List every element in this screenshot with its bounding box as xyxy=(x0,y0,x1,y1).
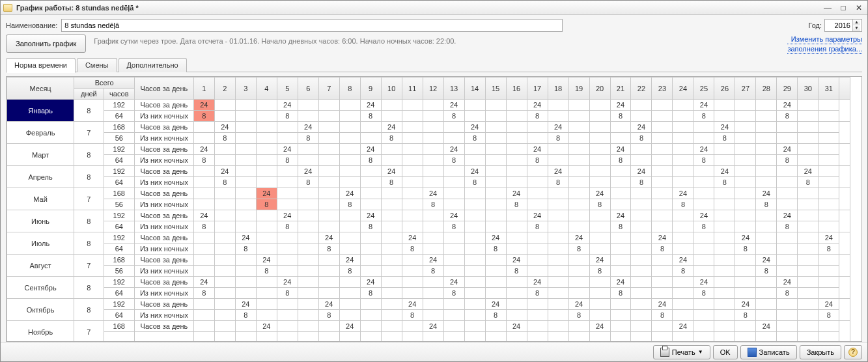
cell[interactable]: 24 xyxy=(298,122,318,133)
fill-schedule-button[interactable]: Заполнить график xyxy=(6,35,86,53)
cell[interactable]: 8 xyxy=(339,199,360,210)
cell[interactable]: 24 xyxy=(193,210,214,221)
cell[interactable]: 8 xyxy=(527,288,548,299)
hours-cell[interactable]: 168 xyxy=(104,321,134,332)
cell[interactable] xyxy=(777,244,798,255)
cell[interactable] xyxy=(735,321,756,332)
cell[interactable] xyxy=(277,199,298,210)
cell[interactable] xyxy=(485,177,506,188)
cell[interactable] xyxy=(631,210,652,221)
cell[interactable]: 24 xyxy=(777,277,798,288)
cell[interactable] xyxy=(381,144,402,155)
cell[interactable]: 24 xyxy=(360,100,381,111)
cell[interactable]: 8 xyxy=(339,266,360,277)
cell[interactable] xyxy=(506,133,527,144)
cell[interactable] xyxy=(464,111,485,122)
cell[interactable] xyxy=(798,310,819,321)
days-cell[interactable]: 8 xyxy=(74,232,104,255)
cell[interactable] xyxy=(256,210,277,221)
cell[interactable] xyxy=(464,199,485,210)
cell[interactable] xyxy=(568,255,589,266)
cell[interactable] xyxy=(568,221,589,232)
cell[interactable] xyxy=(527,321,548,332)
cell[interactable] xyxy=(673,332,693,342)
cell[interactable] xyxy=(610,244,631,255)
cell[interactable] xyxy=(443,332,464,342)
cell[interactable] xyxy=(506,144,527,155)
cell[interactable] xyxy=(506,288,527,299)
save-button[interactable]: Записать xyxy=(740,345,797,359)
cell[interactable] xyxy=(548,232,568,244)
cell[interactable] xyxy=(568,111,589,122)
cell[interactable] xyxy=(756,144,777,155)
cell[interactable] xyxy=(318,133,339,144)
cell[interactable] xyxy=(360,232,381,244)
cell[interactable] xyxy=(464,255,485,266)
cell[interactable] xyxy=(298,244,318,255)
cell[interactable] xyxy=(381,232,402,244)
cell[interactable]: 8 xyxy=(360,111,381,122)
cell[interactable]: 24 xyxy=(423,255,443,266)
cell[interactable] xyxy=(298,188,318,199)
cell[interactable]: 8 xyxy=(652,244,673,255)
cell[interactable]: 24 xyxy=(673,188,693,199)
cell[interactable] xyxy=(256,177,277,188)
vscroll-cell[interactable] xyxy=(839,188,850,210)
days-cell[interactable]: 7 xyxy=(74,321,104,342)
cell[interactable] xyxy=(464,288,485,299)
hours2-cell[interactable]: 56 xyxy=(104,133,134,144)
cell[interactable] xyxy=(568,199,589,210)
cell[interactable]: 24 xyxy=(318,232,339,244)
cell[interactable] xyxy=(381,221,402,232)
cell[interactable] xyxy=(235,277,256,288)
cell[interactable] xyxy=(819,166,839,177)
cell[interactable] xyxy=(214,277,235,288)
cell[interactable] xyxy=(339,133,360,144)
close-form-button[interactable]: Закрыть xyxy=(800,345,841,359)
minimize-button[interactable]: — xyxy=(822,3,833,13)
cell[interactable] xyxy=(673,122,693,133)
cell[interactable]: 8 xyxy=(277,288,298,299)
cell[interactable] xyxy=(485,266,506,277)
hdr-day-10[interactable]: 10 xyxy=(381,77,402,100)
cell[interactable] xyxy=(298,288,318,299)
cell[interactable] xyxy=(485,122,506,133)
month-cell[interactable]: Октябрь xyxy=(7,299,74,321)
cell[interactable] xyxy=(402,199,423,210)
cell[interactable] xyxy=(256,100,277,111)
cell[interactable] xyxy=(339,299,360,310)
cell[interactable] xyxy=(798,321,819,332)
cell[interactable] xyxy=(631,288,652,299)
cell[interactable] xyxy=(214,144,235,155)
cell[interactable] xyxy=(819,221,839,232)
cell[interactable] xyxy=(673,144,693,155)
cell[interactable] xyxy=(756,310,777,321)
cell[interactable] xyxy=(777,177,798,188)
cell[interactable] xyxy=(214,332,235,342)
cell[interactable] xyxy=(568,166,589,177)
cell[interactable]: 8 xyxy=(652,310,673,321)
cell[interactable] xyxy=(527,310,548,321)
cell[interactable] xyxy=(568,288,589,299)
cell[interactable] xyxy=(339,221,360,232)
cell[interactable] xyxy=(714,244,735,255)
cell[interactable] xyxy=(506,100,527,111)
cell[interactable] xyxy=(485,221,506,232)
cell[interactable] xyxy=(193,310,214,321)
cell[interactable] xyxy=(673,221,693,232)
cell[interactable]: 8 xyxy=(756,266,777,277)
cell[interactable] xyxy=(381,266,402,277)
cell[interactable] xyxy=(819,266,839,277)
cell[interactable]: 8 xyxy=(402,310,423,321)
hdr-hours-per-day[interactable]: Часов за день xyxy=(135,77,194,100)
cell[interactable] xyxy=(464,244,485,255)
cell[interactable] xyxy=(214,310,235,321)
cell[interactable] xyxy=(318,177,339,188)
cell[interactable] xyxy=(819,133,839,144)
cell[interactable] xyxy=(798,232,819,244)
cell[interactable] xyxy=(443,255,464,266)
cell[interactable] xyxy=(652,155,673,166)
cell[interactable] xyxy=(256,221,277,232)
hdr-day-13[interactable]: 13 xyxy=(443,77,464,100)
cell[interactable] xyxy=(756,155,777,166)
